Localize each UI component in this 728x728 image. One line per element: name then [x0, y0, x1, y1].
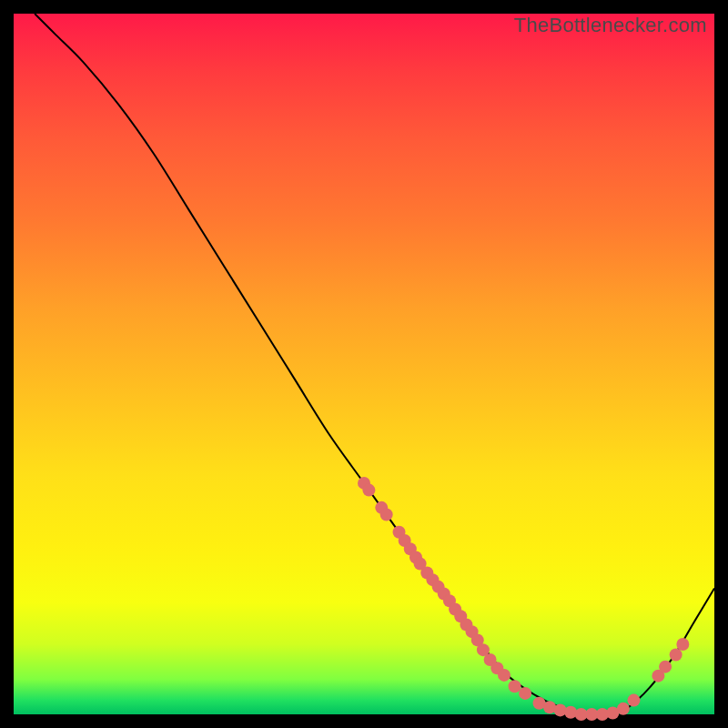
curve-marker	[564, 706, 577, 719]
curve-marker	[676, 638, 689, 651]
chart-frame: TheBottlenecker.com	[14, 14, 714, 714]
curve-marker	[380, 509, 393, 521]
curve-marker	[519, 687, 531, 700]
curve-marker	[498, 669, 511, 682]
curve-marker	[362, 484, 375, 497]
curve-marker	[554, 703, 567, 716]
curve-marker	[627, 694, 640, 707]
bottleneck-chart-svg	[14, 14, 714, 714]
curve-marker-group	[358, 477, 689, 721]
curve-marker	[670, 649, 682, 662]
curve-marker	[509, 680, 521, 693]
bottleneck-curve-line	[35, 14, 714, 716]
curve-marker	[617, 703, 630, 715]
curve-marker	[659, 661, 672, 673]
